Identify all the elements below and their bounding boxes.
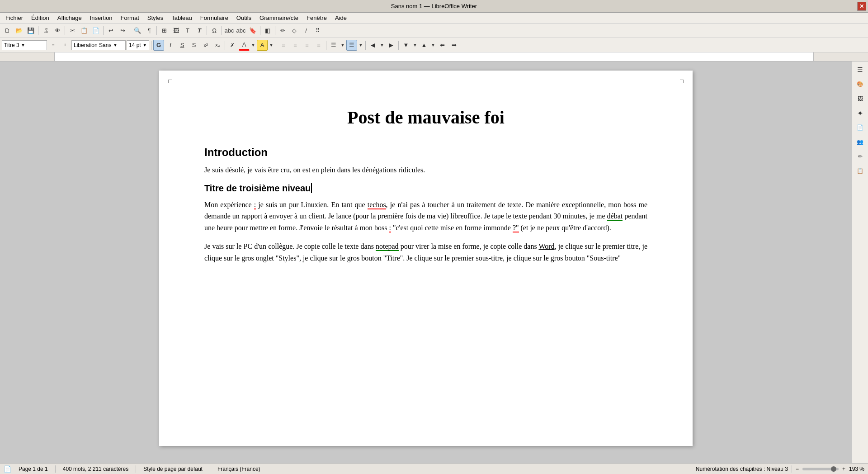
table-button[interactable]: ⊞ (159, 25, 170, 36)
highlight-dropdown[interactable]: ▼ (269, 40, 274, 51)
align-left-button[interactable]: ≡ (278, 40, 289, 51)
image-button[interactable]: 🖼 (170, 25, 181, 36)
more-button[interactable]: ⠿ (312, 25, 323, 36)
save-button[interactable]: 💾 (25, 25, 36, 36)
menu-insertion[interactable]: Insertion (86, 14, 116, 22)
sidebar-gallery-btn[interactable]: 🖼 (854, 92, 867, 105)
outdent-button[interactable]: ⬅ (437, 40, 448, 51)
bookmark-button[interactable]: 🔖 (247, 25, 258, 36)
sidebar-edit-btn[interactable]: ✏ (854, 150, 867, 163)
fontwork-button[interactable]: T (194, 25, 205, 36)
menu-tableau[interactable]: Tableau (168, 14, 196, 22)
undo-button[interactable]: ↩ (105, 25, 116, 36)
list-unordered-button[interactable]: ☰ (328, 40, 339, 51)
redo-button[interactable]: ↪ (117, 25, 128, 36)
right-sidebar: ☰ 🎨 🖼 ✦ 📄 👥 ✏ 📋 (852, 62, 868, 463)
clear-format-button[interactable]: ✗ (227, 40, 238, 51)
strikethrough-button[interactable]: S (189, 40, 199, 51)
menu-styles[interactable]: Styles (144, 14, 167, 22)
menu-affichage[interactable]: Affichage (54, 14, 85, 22)
highlight-button[interactable]: A (257, 40, 268, 51)
style-list-btn[interactable]: ≡ (48, 40, 59, 51)
style-dropdown[interactable]: Titre 3 ▼ (2, 40, 47, 50)
close-button[interactable]: ✕ (857, 2, 866, 11)
indent-dec-button[interactable]: ◀ (368, 40, 378, 51)
doc-area[interactable]: Post de mauvaise foi Introduction Je sui… (0, 62, 852, 463)
align-justify-button[interactable]: ≡ (313, 40, 324, 51)
menu-edition[interactable]: Édition (28, 14, 53, 22)
indent-button[interactable]: ➡ (448, 40, 459, 51)
menu-outils[interactable]: Outils (233, 14, 255, 22)
style-dropdown-arrow: ▼ (21, 43, 25, 47)
menu-fichier[interactable]: Fichier (2, 14, 27, 22)
autocorrect-button[interactable]: abc (236, 25, 246, 36)
format-sep-6 (398, 41, 399, 50)
spacing-inc-button[interactable]: ▲ (419, 40, 429, 51)
italic-button[interactable]: I (165, 40, 176, 51)
spacing-dec-button[interactable]: ▼ (401, 40, 411, 51)
list-ordered-dropdown[interactable]: ▼ (358, 40, 363, 51)
main-area: Post de mauvaise foi Introduction Je sui… (0, 62, 868, 463)
font-color-dropdown[interactable]: ▼ (250, 40, 256, 51)
spellcheck-debat: débat (607, 212, 623, 221)
list-ordered-button[interactable]: ☰ (346, 40, 357, 51)
sidebar-styles-btn[interactable]: 🎨 (854, 78, 867, 90)
menu-formulaire[interactable]: Formulaire (197, 14, 232, 22)
status-sep-2 (136, 465, 136, 473)
zoom-slider[interactable] (802, 468, 839, 470)
print-button[interactable]: 🖨 (40, 25, 51, 36)
font-color-button[interactable]: A (239, 40, 250, 51)
sidebar-page-btn[interactable]: 📄 (854, 121, 867, 134)
spellcheck-button[interactable]: abc (224, 25, 235, 36)
menu-aide[interactable]: Aide (331, 14, 350, 22)
underline-button[interactable]: S (177, 40, 188, 51)
spellcheck-experience: : (254, 201, 256, 209)
special-char-button[interactable]: Ω (209, 25, 220, 36)
size-dropdown[interactable]: 14 pt ▼ (127, 40, 149, 50)
zoom-thumb (831, 466, 836, 472)
spacing-dec-dropdown[interactable]: ▼ (412, 40, 418, 51)
paste-button[interactable]: 📄 (90, 25, 101, 36)
list-unordered-dropdown[interactable]: ▼ (340, 40, 345, 51)
toolbar-sep-3 (103, 26, 104, 35)
cut-button[interactable]: ✂ (67, 25, 78, 36)
sidebar-plus-btn[interactable]: ✦ (854, 107, 867, 119)
font-dropdown[interactable]: Liberation Sans ▼ (71, 40, 126, 50)
toolbar-sep-4 (130, 26, 130, 35)
sidebar-menu-btn[interactable]: ☰ (854, 63, 867, 76)
superscript-button[interactable]: x² (200, 40, 211, 51)
shapes-button[interactable]: ◇ (289, 25, 300, 36)
align-center-button[interactable]: ≡ (290, 40, 301, 51)
print-preview-button[interactable]: 👁 (52, 25, 63, 36)
find-button[interactable]: 🔍 (132, 25, 143, 36)
navigator-button[interactable]: ◧ (262, 25, 273, 36)
new-button[interactable]: 🗋 (2, 25, 13, 36)
copy-button[interactable]: 📋 (79, 25, 90, 36)
style-new-btn[interactable]: + (60, 40, 71, 51)
menu-grammaire[interactable]: Grammaire/cte (256, 14, 302, 22)
spacing-inc-dropdown[interactable]: ▼ (430, 40, 436, 51)
draw-button[interactable]: ✏ (277, 25, 288, 36)
textbox-button[interactable]: T (182, 25, 193, 36)
bold-button[interactable]: G (153, 40, 164, 51)
font-dropdown-arrow: ▼ (113, 43, 117, 47)
indent-dec-dropdown[interactable]: ▼ (379, 40, 385, 51)
sidebar-users-btn[interactable]: 👥 (854, 136, 867, 148)
sidebar-doc-btn[interactable]: 📋 (854, 165, 867, 177)
menu-format[interactable]: Format (117, 14, 143, 22)
subscript-button[interactable]: x₂ (212, 40, 223, 51)
document-title: Post de mauvaise foi (204, 107, 647, 128)
format-bar: Titre 3 ▼ ≡ + Liberation Sans ▼ 14 pt ▼ … (0, 38, 868, 52)
status-words: 400 mots, 2 211 caractères (63, 466, 128, 472)
section-h2-heading: Titre de troisième niveau (204, 183, 647, 194)
status-sep-1 (55, 465, 56, 473)
zoom-in-btn[interactable]: + (842, 466, 845, 472)
align-right-button[interactable]: ≡ (302, 40, 312, 51)
lines-button[interactable]: / (301, 25, 311, 36)
zoom-out-btn[interactable]: − (796, 466, 799, 472)
size-dropdown-arrow: ▼ (143, 43, 147, 47)
indent-inc-button[interactable]: ▶ (386, 40, 396, 51)
open-button[interactable]: 📂 (14, 25, 24, 36)
pilcrow-button[interactable]: ¶ (144, 25, 155, 36)
menu-fenetre[interactable]: Fenêtre (303, 14, 330, 22)
